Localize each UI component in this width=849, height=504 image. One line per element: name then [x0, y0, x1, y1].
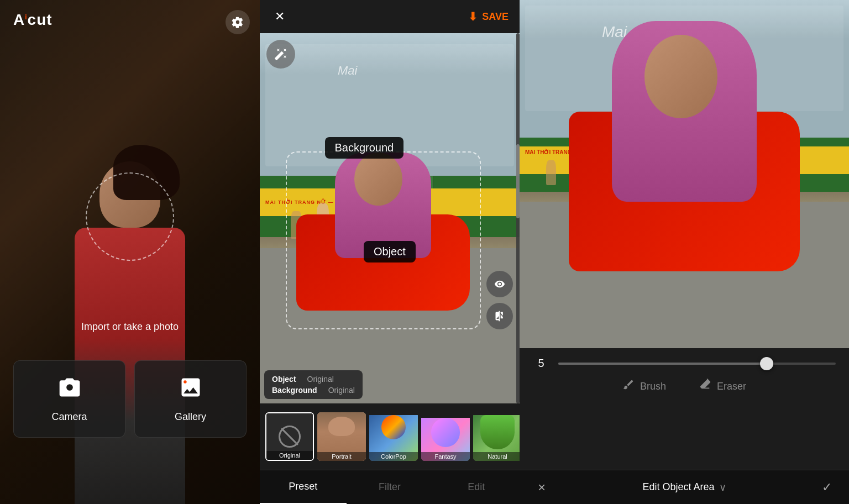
brush-label: Brush: [640, 381, 666, 392]
edit-area-title: Edit Object Area ∨: [564, 481, 805, 494]
close-icon: ✕: [275, 9, 285, 24]
close-button[interactable]: ✕: [271, 8, 289, 25]
slider-track[interactable]: [558, 363, 836, 365]
gallery-icon: [179, 375, 203, 405]
camera-button[interactable]: Camera: [13, 360, 125, 438]
image-side-buttons: [486, 271, 513, 329]
mai-sign: Mai: [338, 64, 357, 78]
camera-label: Camera: [51, 411, 87, 423]
tab-filter[interactable]: Filter: [347, 470, 433, 504]
right-controls: 5 Brush E: [520, 348, 849, 470]
save-download-icon: ⬇: [468, 10, 478, 23]
preset-portrait[interactable]: Portrait: [317, 412, 366, 461]
save-label: SAVE: [482, 11, 509, 23]
eraser-button[interactable]: Eraser: [699, 379, 746, 394]
eraser-icon: [699, 379, 711, 394]
info-object-label: Object: [272, 375, 296, 384]
camera-icon: [57, 375, 82, 405]
cancel-icon: ×: [538, 480, 546, 495]
right-scene: Mai MAI THỜI TRANG NỮ — BỘ SỘI SỬU • QUẦ…: [520, 0, 849, 348]
app-logo: Aicut: [13, 11, 53, 29]
info-overlay: Object Original Background Original: [264, 370, 363, 399]
preset-colorpop[interactable]: ColorPop: [369, 412, 418, 461]
brush-button[interactable]: Brush: [622, 379, 666, 394]
preset-fantasy-label: Fantasy: [421, 452, 470, 461]
preset-bar: Original Portrait ColorPop Fantasy: [260, 403, 520, 470]
info-object-row: Object Original: [272, 375, 355, 384]
chevron-down-icon: ∨: [719, 481, 726, 494]
svg-point-0: [184, 380, 187, 384]
fantasy-orb: [431, 418, 460, 447]
preset-natural[interactable]: Natural: [473, 412, 520, 461]
info-object-value: Original: [307, 375, 334, 384]
brush-icon: [622, 379, 635, 394]
split-icon: [494, 311, 505, 322]
preset-colorpop-label: ColorPop: [369, 452, 418, 461]
main-image-area: Mai MAI THỜI TRANG NỮ — BỘ SỘI SỬU • QUẦ…: [260, 33, 520, 403]
rider-head: [354, 153, 402, 205]
left-panel: Aicut Import or take a photo Camera: [0, 0, 260, 504]
info-background-row: Background Original: [272, 386, 355, 395]
split-view-button[interactable]: [486, 303, 513, 329]
slider-value: 5: [533, 357, 549, 370]
tab-preset[interactable]: Preset: [260, 470, 347, 504]
import-text: Import or take a photo: [81, 321, 179, 333]
settings-button[interactable]: [226, 10, 250, 34]
preset-natural-label: Natural: [473, 452, 520, 461]
eye-icon: [494, 279, 505, 290]
info-background-label: Background: [272, 386, 317, 395]
no-line: [281, 428, 298, 445]
logo-text: Aicut: [13, 11, 53, 29]
preset-original[interactable]: Original: [265, 412, 314, 461]
right-preview-area: Mai MAI THỜI TRANG NỮ — BỘ SỘI SỬU • QUẦ…: [520, 0, 849, 348]
tool-row: Brush Eraser: [533, 379, 836, 394]
wand-button[interactable]: [266, 40, 295, 69]
right-panel: Mai MAI THỜI TRANG NỮ — BỘ SỘI SỬU • QUẦ…: [520, 0, 849, 504]
leaf-shape: [480, 415, 515, 449]
save-button[interactable]: ⬇ SAVE: [468, 10, 509, 23]
middle-panel: ✕ ⬇ SAVE Mai MAI THỜI TRANG NỮ — BỘ SỘI …: [260, 0, 520, 504]
tab-edit[interactable]: Edit: [433, 470, 520, 504]
preset-portrait-label: Portrait: [317, 452, 366, 461]
cancel-button[interactable]: ×: [520, 480, 564, 495]
info-background-value: Original: [328, 386, 355, 395]
eraser-label: Eraser: [717, 381, 746, 392]
gallery-label: Gallery: [175, 411, 206, 423]
confirm-icon: ✓: [822, 480, 832, 495]
right-figure-1: [546, 160, 556, 185]
top-bar: ✕ ⬇ SAVE: [260, 0, 520, 33]
person-silhouette: [47, 128, 213, 504]
head-selection-circle: [86, 172, 174, 261]
object-selection: [286, 151, 481, 329]
slider-thumb[interactable]: [760, 357, 773, 370]
bottom-action-bar: × Edit Object Area ∨ ✓: [520, 470, 849, 504]
building-detail: [265, 44, 514, 166]
gallery-button[interactable]: Gallery: [134, 360, 247, 438]
balloon-shape: [381, 415, 406, 439]
slider-row: 5: [533, 357, 836, 370]
no-circle: [279, 426, 301, 448]
gear-icon: [232, 16, 244, 28]
preset-fantasy[interactable]: Fantasy: [421, 412, 470, 461]
action-buttons-container: Camera Gallery: [13, 360, 247, 438]
confirm-button[interactable]: ✓: [805, 480, 849, 495]
visibility-button[interactable]: [486, 271, 513, 297]
bottom-tabs: Preset Filter Edit: [260, 470, 520, 504]
wand-icon: [274, 48, 287, 61]
slider-fill: [558, 363, 767, 365]
portrait-head-shape: [328, 417, 355, 436]
right-rider-head: [644, 35, 717, 118]
preset-original-label: Original: [266, 451, 313, 460]
